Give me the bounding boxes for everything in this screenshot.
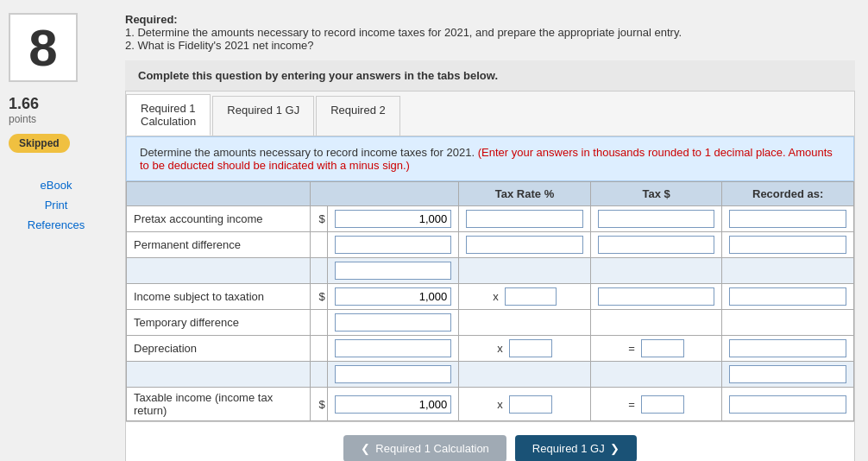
row-taxrate-cell <box>459 258 591 284</box>
row-recorded-cell <box>722 258 854 284</box>
points-label: points <box>9 113 104 125</box>
row-amount-cell[interactable] <box>327 258 459 284</box>
points-value: 1.66 <box>9 95 104 113</box>
table-row: Temporary difference <box>127 310 854 336</box>
required-header: Required: 1. Determine the amounts neces… <box>125 13 855 52</box>
row-taxrate-cell: x <box>459 336 591 362</box>
table-row: Income subject to taxation $ x <box>127 284 854 310</box>
tab-required1-calculation[interactable]: Required 1Calculation <box>126 94 211 136</box>
permdiff-recorded-input[interactable] <box>729 236 846 254</box>
row-taxrate-cell: x <box>459 388 591 421</box>
row-dollar <box>310 232 327 258</box>
row-taxrate-cell <box>459 310 591 336</box>
row-recorded-cell[interactable] <box>722 206 854 232</box>
col-header-taxdollar: Tax $ <box>590 182 722 206</box>
permdiff-taxrate-input[interactable] <box>466 236 583 254</box>
status-badge: Skipped <box>9 134 70 153</box>
row-taxrate-cell[interactable] <box>459 232 591 258</box>
table-row <box>127 258 854 284</box>
next-button[interactable]: Required 1 GJ ❯ <box>515 435 637 461</box>
depreciation-amount-input[interactable] <box>335 339 452 357</box>
row-dollar <box>310 310 327 336</box>
taxable-income-amount-input[interactable] <box>335 395 452 414</box>
next-button-label: Required 1 GJ <box>532 442 605 455</box>
row-label <box>127 362 311 388</box>
tab-required2[interactable]: Required 2 <box>316 96 400 136</box>
row-taxdollar-cell[interactable] <box>590 232 722 258</box>
row-dollar <box>310 336 327 362</box>
table-row <box>127 362 854 388</box>
row-dollar <box>310 362 327 388</box>
row-dollar <box>310 258 327 284</box>
tempdiff-amount-input[interactable] <box>335 313 452 332</box>
subtotal1-amount-input[interactable] <box>335 262 452 280</box>
bottom-nav: ❮ Required 1 Calculation Required 1 GJ ❯ <box>126 421 854 461</box>
next-chevron-icon: ❯ <box>610 442 620 455</box>
pretax-taxdollar-input[interactable] <box>598 210 715 228</box>
row-label: Temporary difference <box>127 310 311 336</box>
subtotal2-amount-input[interactable] <box>335 365 452 383</box>
table-row: Permanent difference <box>127 232 854 258</box>
permdiff-amount-input[interactable] <box>335 236 452 254</box>
pretax-income-input[interactable] <box>335 210 452 228</box>
row-taxdollar-cell <box>590 310 722 336</box>
pretax-recorded-input[interactable] <box>729 210 846 228</box>
row-dollar: $ <box>310 284 327 310</box>
col-header-label <box>127 182 311 206</box>
row-taxdollar-cell[interactable] <box>590 284 722 310</box>
subtotal2-recorded-input[interactable] <box>729 365 846 383</box>
prev-button[interactable]: ❮ Required 1 Calculation <box>343 435 506 461</box>
income-taxdollar-input[interactable] <box>598 287 715 306</box>
row-amount-cell[interactable] <box>327 206 459 232</box>
row-equals-cell: = <box>590 388 722 421</box>
description-box: Determine the amounts necessary to recor… <box>126 136 854 181</box>
row-label: Pretax accounting income <box>127 206 311 232</box>
row-recorded-cell[interactable] <box>722 388 854 421</box>
table-row: Depreciation x = <box>127 336 854 362</box>
pretax-taxrate-input[interactable] <box>466 210 583 228</box>
taxable-income-rate-input[interactable] <box>509 395 552 414</box>
col-header-recorded: Recorded as: <box>722 182 854 206</box>
row-taxrate-cell: x <box>459 284 591 310</box>
row-label: Income subject to taxation <box>127 284 311 310</box>
row-taxrate-cell <box>459 362 591 388</box>
row-amount-cell[interactable] <box>327 388 459 421</box>
row-amount-cell[interactable] <box>327 336 459 362</box>
tab-required1-gj[interactable]: Required 1 GJ <box>212 96 314 136</box>
table-row: Taxable income (income tax return) $ x = <box>127 388 854 421</box>
tab-bar: Required 1Calculation Required 1 GJ Requ… <box>126 92 854 136</box>
calculation-table: Tax Rate % Tax $ Recorded as: Pretax acc… <box>126 181 854 421</box>
depreciation-recorded-input[interactable] <box>729 339 846 357</box>
row-amount-cell[interactable] <box>327 310 459 336</box>
col-header-dollar <box>310 182 459 206</box>
permdiff-taxdollar-input[interactable] <box>598 236 715 254</box>
row-recorded-cell[interactable] <box>722 362 854 388</box>
instruction-box: Complete this question by entering your … <box>125 60 855 91</box>
depreciation-taxdollar-input[interactable] <box>641 339 684 357</box>
depreciation-rate-input[interactable] <box>509 339 552 357</box>
income-tax-rate-input[interactable] <box>505 287 557 306</box>
row-taxdollar-cell[interactable] <box>590 206 722 232</box>
row-label: Permanent difference <box>127 232 311 258</box>
row-recorded-cell[interactable] <box>722 336 854 362</box>
row-recorded-cell[interactable] <box>722 232 854 258</box>
row-label <box>127 258 311 284</box>
row-dollar: $ <box>310 206 327 232</box>
row-amount-cell[interactable] <box>327 362 459 388</box>
table-row: Pretax accounting income $ <box>127 206 854 232</box>
income-tax-amount-input[interactable] <box>335 287 452 306</box>
row-dollar: $ <box>310 388 327 421</box>
row-recorded-cell[interactable] <box>722 284 854 310</box>
income-recorded-input[interactable] <box>729 287 846 306</box>
taxable-income-taxdollar-input[interactable] <box>641 395 684 414</box>
row-amount-cell[interactable] <box>327 232 459 258</box>
row-amount-cell[interactable] <box>327 284 459 310</box>
print-link[interactable]: Print <box>9 199 104 212</box>
col-header-taxrate: Tax Rate % <box>459 182 591 206</box>
ebook-link[interactable]: eBook <box>9 179 104 192</box>
taxable-income-recorded-input[interactable] <box>729 395 846 414</box>
references-link[interactable]: References <box>9 218 104 231</box>
row-taxrate-cell[interactable] <box>459 206 591 232</box>
prev-button-label: Required 1 Calculation <box>375 442 489 455</box>
row-taxdollar-cell <box>590 258 722 284</box>
